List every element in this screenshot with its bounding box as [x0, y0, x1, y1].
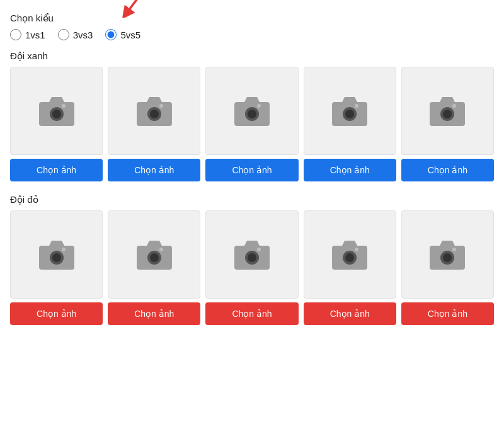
svg-marker-18 — [342, 97, 357, 102]
camera-icon — [134, 93, 175, 129]
doi-xanh-photo-box-5 — [401, 67, 494, 155]
doi-do-card-1: Chọn ảnh — [10, 210, 103, 325]
svg-point-11 — [159, 104, 163, 108]
radio-group: 1vs1 3vs3 5vs5 — [10, 29, 494, 40]
svg-marker-43 — [342, 241, 357, 246]
svg-point-50 — [443, 253, 452, 262]
chon-anh-button-do-3[interactable]: Chọn ảnh — [205, 302, 298, 325]
svg-marker-23 — [440, 97, 455, 102]
camera-icon — [134, 237, 175, 272]
svg-marker-28 — [49, 241, 64, 246]
doi-do-card-2: Chọn ảnh — [108, 210, 200, 325]
doi-do-card-5: Chọn ảnh — [401, 210, 494, 325]
svg-marker-48 — [440, 241, 455, 246]
chon-anh-button-xanh-4[interactable]: Chọn ảnh — [304, 159, 396, 181]
chon-kieu-label: Chọn kiểu — [10, 13, 494, 24]
svg-point-46 — [355, 248, 358, 251]
svg-point-10 — [150, 110, 159, 118]
chon-anh-button-do-2[interactable]: Chọn ảnh — [108, 302, 200, 325]
doi-xanh-label: Đội xanh — [10, 50, 494, 62]
svg-marker-33 — [147, 241, 162, 246]
svg-point-36 — [159, 248, 163, 251]
doi-xanh-grid: Chọn ảnh Chọn ảnh — [10, 67, 494, 181]
doi-xanh-card-4: Chọn ảnh — [304, 67, 396, 181]
svg-point-20 — [345, 110, 354, 118]
radio-input-1vs1[interactable] — [10, 29, 21, 40]
svg-point-15 — [248, 110, 256, 118]
svg-point-51 — [452, 248, 456, 251]
svg-point-45 — [345, 253, 354, 262]
svg-point-5 — [52, 110, 61, 118]
radio-1vs1[interactable]: 1vs1 — [10, 29, 45, 40]
chon-anh-button-do-4[interactable]: Chọn ảnh — [304, 302, 396, 325]
camera-icon — [329, 237, 370, 272]
doi-do-photo-box-3 — [205, 210, 298, 299]
svg-point-35 — [150, 253, 159, 262]
doi-xanh-card-3: Chọn ảnh — [205, 67, 298, 181]
camera-icon — [232, 93, 272, 129]
camera-icon — [37, 93, 77, 129]
svg-point-41 — [257, 248, 261, 251]
radio-label-1vs1: 1vs1 — [25, 30, 45, 40]
camera-icon — [37, 237, 77, 272]
doi-do-photo-box-1 — [10, 210, 103, 299]
doi-xanh-card-2: Chọn ảnh — [108, 67, 200, 181]
chon-anh-button-xanh-1[interactable]: Chọn ảnh — [10, 159, 103, 181]
camera-icon — [427, 93, 467, 129]
svg-marker-8 — [147, 97, 162, 102]
chon-anh-button-do-1[interactable]: Chọn ảnh — [10, 302, 103, 325]
doi-do-photo-box-5 — [401, 210, 494, 299]
svg-line-1 — [126, 0, 141, 14]
radio-label-5vs5: 5vs5 — [120, 30, 140, 40]
doi-xanh-card-5: Chọn ảnh — [401, 67, 494, 181]
radio-input-3vs3[interactable] — [58, 29, 69, 40]
svg-marker-3 — [49, 97, 64, 102]
doi-do-photo-box-4 — [304, 210, 396, 299]
chon-anh-button-do-5[interactable]: Chọn ảnh — [401, 302, 494, 325]
radio-input-5vs5[interactable] — [105, 29, 117, 40]
svg-point-26 — [452, 104, 456, 108]
doi-xanh-card-1: Chọn ảnh — [10, 67, 103, 181]
svg-point-16 — [257, 104, 261, 108]
doi-do-photo-box-2 — [108, 210, 200, 299]
svg-marker-38 — [244, 241, 260, 246]
svg-point-31 — [62, 248, 66, 251]
doi-do-card-3: Chọn ảnh — [205, 210, 298, 325]
svg-point-21 — [355, 104, 358, 108]
doi-do-card-4: Chọn ảnh — [304, 210, 396, 325]
svg-marker-13 — [244, 97, 260, 102]
camera-icon — [427, 237, 467, 272]
chon-anh-button-xanh-5[interactable]: Chọn ảnh — [401, 159, 494, 181]
doi-xanh-photo-box-1 — [10, 67, 103, 155]
doi-xanh-photo-box-4 — [304, 67, 396, 155]
svg-point-30 — [52, 253, 61, 262]
doi-xanh-photo-box-2 — [108, 67, 200, 155]
svg-point-6 — [62, 104, 66, 108]
camera-icon — [329, 93, 370, 129]
chon-anh-button-xanh-2[interactable]: Chọn ảnh — [108, 159, 200, 181]
doi-do-section: Đội đỏ Chọn ảnh — [10, 194, 494, 325]
doi-do-label: Đội đỏ — [10, 194, 494, 205]
doi-xanh-section: Đội xanh Chọn ảnh — [10, 50, 494, 181]
radio-5vs5[interactable]: 5vs5 — [105, 29, 140, 40]
doi-xanh-photo-box-3 — [205, 67, 298, 155]
camera-icon — [232, 237, 272, 272]
radio-3vs3[interactable]: 3vs3 — [58, 29, 93, 40]
radio-label-3vs3: 3vs3 — [73, 30, 93, 40]
doi-do-grid: Chọn ảnh Chọn ảnh — [10, 210, 494, 325]
svg-point-40 — [248, 253, 256, 262]
svg-point-25 — [443, 110, 452, 118]
chon-anh-button-xanh-3[interactable]: Chọn ảnh — [205, 159, 298, 181]
